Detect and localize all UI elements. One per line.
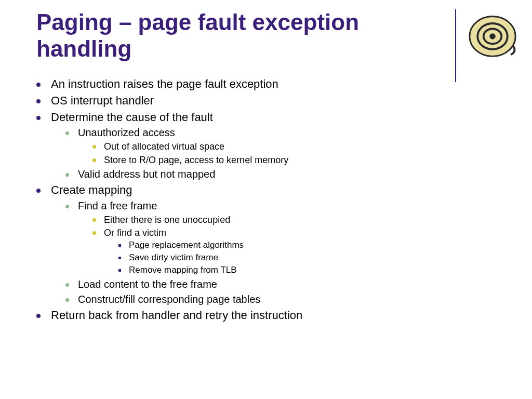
list-item-text: Find a free frame (78, 200, 157, 211)
list-item-text: Create mapping (51, 183, 132, 196)
shell-icon (468, 10, 517, 60)
slide-content: An instruction raises the page fault exc… (36, 76, 496, 323)
list-item: An instruction raises the page fault exc… (36, 76, 496, 92)
list-item: Valid address but not mapped (65, 167, 496, 181)
bullet-list-level-3: Out of allocated virtual spaceStore to R… (78, 140, 496, 166)
bullet-list-level-4: Page replacement algorithmsSave dirty vi… (104, 240, 496, 276)
list-item: Unauthorized accessOut of allocated virt… (65, 126, 496, 166)
list-item-text: Either there is one unoccupied (104, 215, 230, 225)
list-item: Remove mapping from TLB (118, 264, 496, 276)
list-item-text: Remove mapping from TLB (129, 265, 237, 275)
svg-point-1 (489, 33, 496, 39)
list-item: Store to R/O page, access to kernel memo… (92, 154, 496, 166)
list-item: Either there is one unoccupied (92, 214, 496, 226)
list-item: Load content to the free frame (65, 277, 496, 291)
list-item: Page replacement algorithms (118, 240, 496, 251)
list-item: Or find a victimPage replacement algorit… (92, 227, 496, 276)
list-item: OS interrupt handler (36, 93, 496, 109)
list-item-text: Store to R/O page, access to kernel memo… (104, 155, 288, 165)
list-item-text: Out of allocated virtual space (104, 141, 224, 152)
list-item-text: Determine the cause of the fault (51, 111, 213, 124)
list-item-text: Valid address but not mapped (78, 168, 215, 180)
list-item-text: Load content to the free frame (78, 278, 217, 290)
list-item-text: Return back from handler and retry the i… (51, 309, 302, 322)
list-item-text: Or find a victim (104, 228, 166, 238)
bullet-list-level-3: Either there is one unoccupiedOr find a … (78, 214, 496, 276)
list-item: Return back from handler and retry the i… (36, 308, 496, 323)
vertical-divider (455, 9, 456, 82)
list-item: Out of allocated virtual space (92, 140, 496, 153)
slide-title: Paging – page fault exception handling (36, 9, 431, 62)
list-item-text: An instruction raises the page fault exc… (51, 77, 278, 90)
list-item: Determine the cause of the faultUnauthor… (36, 110, 496, 181)
slide: Paging – page fault exception handling A… (0, 0, 532, 399)
list-item: Find a free frameEither there is one uno… (65, 199, 496, 276)
list-item: Create mappingFind a free frameEither th… (36, 182, 496, 307)
list-item-text: Unauthorized access (78, 127, 175, 138)
list-item-text: OS interrupt handler (51, 94, 154, 107)
bullet-list-level-1: An instruction raises the page fault exc… (36, 76, 496, 323)
list-item: Save dirty victim frame (118, 252, 496, 264)
bullet-list-level-2: Unauthorized accessOut of allocated virt… (51, 126, 496, 181)
bullet-list-level-2: Find a free frameEither there is one uno… (51, 199, 496, 307)
list-item-text: Construct/fill corresponding page tables (78, 294, 260, 305)
list-item-text: Page replacement algorithms (129, 240, 244, 250)
list-item-text: Save dirty victim frame (129, 252, 218, 262)
list-item: Construct/fill corresponding page tables (65, 292, 496, 307)
